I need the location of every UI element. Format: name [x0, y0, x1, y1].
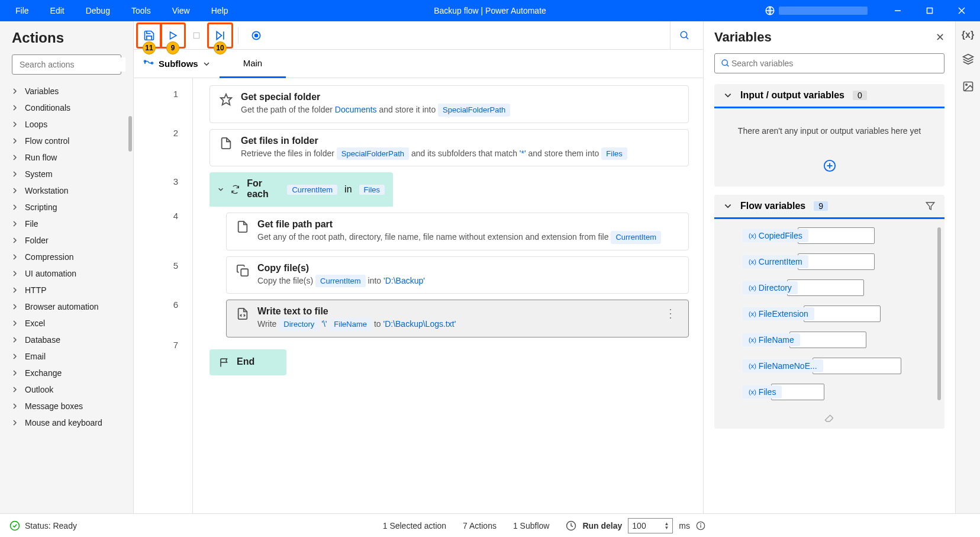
tree-mouse-keyboard[interactable]: Mouse and keyboard: [5, 414, 128, 431]
loop-icon: [231, 184, 240, 195]
tree-system[interactable]: System: [5, 166, 128, 182]
step-end[interactable]: End: [209, 349, 286, 375]
run-button[interactable]: 9: [162, 25, 183, 46]
tree-http[interactable]: HTTP: [5, 282, 128, 298]
toolbar-search-button[interactable]: [670, 21, 698, 50]
svg-marker-25: [963, 54, 973, 59]
svg-rect-18: [241, 269, 248, 276]
callout-9: 9: [166, 41, 179, 54]
step-for-each[interactable]: For each CurrentItem in Files: [209, 172, 393, 207]
run-delay-input[interactable]: 100 ▲▼: [628, 518, 673, 533]
close-button[interactable]: [948, 0, 975, 21]
tree-excel[interactable]: Excel: [5, 315, 128, 332]
minimize-button[interactable]: [884, 0, 911, 21]
tree-variables[interactable]: Variables: [5, 83, 128, 99]
menu-edit[interactable]: Edit: [40, 1, 75, 20]
tree-run-flow[interactable]: Run flow: [5, 149, 128, 166]
search-variables-input[interactable]: [730, 57, 938, 69]
actions-tree[interactable]: Variables Conditionals Loops Flow contro…: [0, 83, 133, 513]
vars-scrollbar[interactable]: [937, 227, 941, 400]
tree-folder[interactable]: Folder: [5, 232, 128, 249]
rail-variables-button[interactable]: {x}: [962, 30, 974, 40]
layers-icon: [962, 53, 974, 65]
designer-area: 11 9 10: [134, 21, 703, 513]
tree-message-boxes[interactable]: Message boxes: [5, 398, 128, 414]
step-get-files-in-folder[interactable]: Get files in folder Retrieve the files i…: [209, 129, 689, 167]
step-write-text-to-file[interactable]: Write text to file Write Directory '\' F…: [226, 300, 689, 337]
status-actions: 7 Actions: [463, 521, 497, 530]
environment-badge[interactable]: [765, 5, 868, 16]
menu-tools[interactable]: Tools: [121, 1, 162, 20]
var-filenamenoext[interactable]: (x) FileNameNoE...: [743, 358, 916, 374]
variables-title: Variables: [714, 30, 772, 45]
search-actions[interactable]: [12, 54, 121, 75]
step-copy-files[interactable]: Copy file(s) Copy the file(s) CurrentIte…: [226, 256, 689, 294]
menu-bar: File Edit Debug Tools View Help: [0, 1, 239, 20]
tree-exchange[interactable]: Exchange: [5, 365, 128, 381]
stop-button[interactable]: [186, 25, 207, 46]
record-button[interactable]: [246, 25, 267, 46]
menu-debug[interactable]: Debug: [75, 1, 121, 20]
tree-ui-automation[interactable]: UI automation: [5, 265, 128, 282]
status-ready: Status: Ready: [9, 520, 77, 531]
tree-browser-automation[interactable]: Browser automation: [5, 298, 128, 315]
menu-view[interactable]: View: [162, 1, 201, 20]
rail-images-button[interactable]: [962, 81, 974, 95]
tree-file[interactable]: File: [5, 216, 128, 232]
save-button[interactable]: 11: [138, 25, 160, 46]
tree-scripting[interactable]: Scripting: [5, 199, 128, 216]
menu-help[interactable]: Help: [201, 1, 239, 20]
io-variables-header[interactable]: Input / output variables 0: [714, 84, 944, 108]
step-button[interactable]: 10: [209, 25, 231, 46]
search-variables[interactable]: [714, 53, 944, 73]
svg-point-28: [11, 521, 20, 530]
step-get-special-folder[interactable]: Get special folder Get the path of the f…: [209, 85, 689, 123]
tree-database[interactable]: Database: [5, 332, 128, 348]
svg-point-32: [701, 523, 701, 524]
tree-email[interactable]: Email: [5, 348, 128, 365]
delay-spinner[interactable]: ▲▼: [664, 522, 669, 530]
var-currentitem[interactable]: (x) CurrentItem: [743, 253, 916, 270]
close-variables-button[interactable]: ✕: [936, 31, 944, 44]
subflow-tab-main[interactable]: Main: [220, 50, 286, 78]
foreach-block: For each CurrentItem in Files Get file p…: [209, 172, 689, 343]
flow-canvas[interactable]: 1 2 3 4 5 6 7 Get special folder Get the…: [134, 78, 703, 513]
chevron-down-icon: [724, 91, 732, 99]
star-icon: [220, 93, 233, 106]
var-fileextension[interactable]: (x) FileExtension: [743, 306, 916, 322]
tree-workstation[interactable]: Workstation: [5, 182, 128, 199]
scrollbar-thumb[interactable]: [128, 116, 132, 152]
filter-icon[interactable]: [926, 201, 935, 211]
search-actions-input[interactable]: [17, 57, 125, 72]
write-file-icon: [236, 307, 249, 320]
callout-11: 11: [143, 41, 156, 54]
var-directory[interactable]: (x) Directory: [743, 279, 916, 296]
tree-conditionals[interactable]: Conditionals: [5, 99, 128, 116]
var-files[interactable]: (x) Files: [743, 384, 916, 400]
tree-loops[interactable]: Loops: [5, 116, 128, 133]
rail-layers-button[interactable]: [962, 53, 974, 67]
flow-variables-list[interactable]: (x) CopiedFiles (x) CurrentItem (x) Dire…: [714, 219, 944, 409]
variables-panel: Variables ✕ Input / output variables 0 T…: [703, 21, 955, 513]
var-copiedfiles[interactable]: (x) CopiedFiles: [743, 227, 916, 244]
flag-icon: [219, 357, 230, 368]
add-io-variable-button[interactable]: [714, 153, 944, 186]
copy-icon: [236, 264, 249, 277]
flow-variables-header[interactable]: Flow variables 9: [714, 195, 944, 219]
svg-line-14: [686, 37, 688, 39]
step-more-menu[interactable]: ⋮: [662, 306, 679, 320]
step-get-file-path-part[interactable]: Get file path part Get any of the root p…: [226, 213, 689, 250]
menu-file[interactable]: File: [5, 1, 40, 20]
var-filename[interactable]: (x) FileName: [743, 332, 916, 348]
tree-flow-control[interactable]: Flow control: [5, 133, 128, 149]
right-rail: {x}: [955, 21, 980, 513]
record-icon: [250, 30, 262, 41]
maximize-button[interactable]: [916, 0, 943, 21]
eraser-icon: [824, 412, 835, 423]
chevron-down-icon[interactable]: [218, 186, 224, 193]
clear-variables-button[interactable]: [714, 409, 944, 429]
info-icon[interactable]: [696, 521, 705, 530]
subflows-picker[interactable]: Subflows: [134, 59, 220, 69]
tree-compression[interactable]: Compression: [5, 249, 128, 265]
tree-outlook[interactable]: Outlook: [5, 381, 128, 398]
